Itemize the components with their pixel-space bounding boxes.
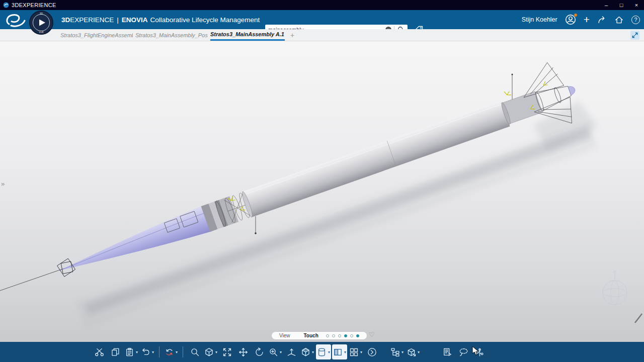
mode-dots — [326, 334, 359, 337]
title-bar: 3DEXPERIENCE – □ × — [0, 0, 644, 10]
title-divider: | — [117, 16, 119, 24]
3d-scene — [0, 41, 644, 342]
normal-view-button[interactable] — [284, 344, 299, 359]
structure-tree-button[interactable]: ▾ — [389, 344, 405, 359]
avatar[interactable] — [565, 14, 576, 25]
mode-dot[interactable] — [344, 334, 347, 337]
compass-icon[interactable]: 3D V+R — [29, 10, 54, 35]
dropdown-caret-icon[interactable]: ▾ — [176, 350, 178, 354]
capture-box-icon — [407, 347, 416, 357]
bottom-toolbar: ▾▾▾▾▾▾▾▾▾▾▾ — [0, 342, 644, 362]
paste-icon — [125, 347, 134, 357]
dropdown-caret-icon[interactable]: ▾ — [280, 350, 282, 354]
app-subtitle: Collaborative Lifecycle Management — [150, 16, 260, 24]
close-button[interactable]: × — [629, 0, 644, 10]
view-cube-icon — [301, 347, 310, 357]
3d-viewport[interactable] — [0, 41, 644, 342]
pan-icon — [238, 347, 248, 357]
capture-box-button[interactable]: ▾ — [406, 344, 421, 359]
notification-badge — [574, 13, 578, 17]
3ds-logo — [4, 12, 27, 29]
rotate-icon — [255, 347, 264, 357]
ground-shadow-button[interactable]: ▾ — [332, 344, 347, 359]
mode-dot[interactable] — [332, 334, 335, 337]
home-button[interactable] — [614, 15, 624, 25]
dropdown-caret-icon[interactable]: ▾ — [401, 350, 404, 354]
left-panel-expander[interactable]: » — [1, 180, 5, 188]
compass-bottom-label: V+R — [39, 31, 44, 34]
multi-view-icon — [349, 347, 359, 357]
dropdown-caret-icon[interactable]: ▾ — [312, 350, 314, 354]
select-lasso-button[interactable] — [456, 344, 471, 359]
rotation-manipulator[interactable] — [603, 271, 627, 305]
3dexperience-window: 3DEXPERIENCE – □ × 3D V+R 3DEXPERIENCE |… — [0, 0, 644, 362]
add-content-button[interactable]: + — [584, 15, 590, 25]
app-header: 3D V+R 3DEXPERIENCE | ENOVIA Collaborati… — [0, 10, 644, 29]
dropdown-caret-icon[interactable]: ▾ — [152, 350, 154, 354]
window-title: 3DEXPERIENCE — [12, 2, 56, 8]
pan-button[interactable] — [235, 344, 251, 359]
minimize-button[interactable]: – — [599, 0, 614, 10]
app-icon — [3, 2, 9, 8]
expand-icon — [631, 32, 638, 39]
waypoint-path-icon — [475, 347, 485, 357]
mode-dot[interactable] — [350, 334, 353, 337]
tab-label: Stratos3_FlightEngineAssembl — [60, 32, 133, 38]
update-icon — [165, 347, 174, 357]
add-tab-button[interactable]: + — [287, 29, 297, 41]
cut-icon — [95, 347, 104, 357]
view-mode-label: View — [279, 333, 290, 338]
expand-viewport-button[interactable] — [630, 31, 639, 40]
tab-bar: Stratos3_FlightEngineAssembl Stratos3_Ma… — [0, 29, 644, 41]
view-mode-pill[interactable]: View Touch — [271, 331, 367, 340]
mode-dot[interactable] — [326, 334, 329, 337]
zoom-button[interactable]: ▾ — [268, 344, 283, 359]
view-cube-button[interactable]: ▾ — [300, 344, 315, 359]
edge-mark — [635, 314, 642, 323]
help-button[interactable]: ? — [631, 16, 640, 24]
copy-button[interactable] — [108, 344, 123, 359]
render-style-button[interactable]: ▾ — [316, 344, 331, 359]
zoom-area-button[interactable] — [187, 344, 202, 359]
rotate-button[interactable] — [252, 344, 267, 359]
annotation-notes-icon — [443, 347, 452, 357]
compass-top-label: 3D — [40, 12, 43, 15]
paste-button[interactable]: ▾ — [124, 344, 139, 359]
fit-all-button[interactable] — [219, 344, 234, 359]
home-icon — [614, 15, 624, 25]
tab-flight-engine-assembly[interactable]: Stratos3_FlightEngineAssembl — [60, 29, 133, 41]
undo-button[interactable]: ▾ — [140, 344, 155, 359]
cut-button[interactable] — [92, 344, 107, 359]
more-commands-button[interactable] — [364, 344, 379, 359]
multi-view-button[interactable]: ▾ — [348, 344, 363, 359]
toolbar-separator — [183, 346, 183, 357]
dropdown-caret-icon[interactable]: ▾ — [328, 350, 330, 354]
dropdown-caret-icon[interactable]: ▾ — [418, 350, 420, 354]
tab-main-assembly-post[interactable]: Stratos3_MainAssembly_PostS — [135, 29, 208, 41]
dropdown-caret-icon[interactable]: ▾ — [344, 350, 346, 354]
toolbar-separator — [159, 346, 159, 357]
dropdown-caret-icon[interactable]: ▾ — [360, 350, 362, 354]
share-button[interactable] — [597, 15, 607, 25]
iso-view-icon — [204, 347, 214, 357]
bottom-toolbar-buttons: ▾▾▾▾▾▾▾▾▾▾▾ — [0, 342, 644, 362]
touch-mode-label[interactable]: Touch — [304, 333, 318, 338]
dropdown-caret-icon[interactable]: ▾ — [136, 350, 138, 354]
app-name: ENOVIA — [122, 16, 148, 24]
iso-view-button[interactable]: ▾ — [203, 344, 218, 359]
render-style-icon — [317, 347, 327, 357]
undo-icon — [141, 347, 150, 357]
waypoint-path-button[interactable] — [472, 344, 487, 359]
annotation-notes-button[interactable] — [440, 344, 455, 359]
tab-main-assembly-active[interactable]: Stratos3_MainAssembly A.1 — [210, 29, 285, 41]
mode-dot[interactable] — [338, 334, 341, 337]
normal-view-icon — [287, 347, 296, 357]
favorite-heart-icon[interactable]: ♡ — [368, 330, 375, 338]
maximize-button[interactable]: □ — [614, 0, 629, 10]
zoom-icon — [269, 347, 278, 357]
dropdown-caret-icon[interactable]: ▾ — [215, 350, 217, 354]
update-button[interactable]: ▾ — [164, 344, 179, 359]
mode-dot[interactable] — [356, 334, 359, 337]
user-name[interactable]: Stijn Koehler — [522, 16, 557, 23]
page-title: 3DEXPERIENCE | ENOVIA Collaborative Life… — [61, 10, 260, 29]
